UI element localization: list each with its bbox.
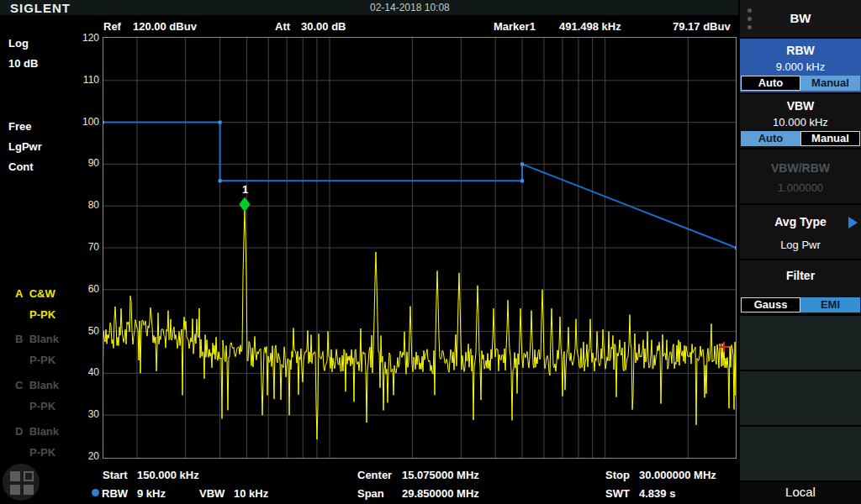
vbw-rbw-value: 1.000000 — [740, 181, 861, 194]
swt-label: SWT — [605, 487, 630, 500]
trace-b-detector: P-PK — [29, 354, 55, 366]
att-value: 30.00 dB — [301, 20, 346, 33]
swt-value: 4.839 s — [639, 487, 675, 500]
trace-d-mode: Blank — [29, 425, 59, 438]
analyzer-screen: SIGLENT 02-14-2018 10:08 Ref 120.00 dBuv… — [0, 0, 861, 504]
trace-a-polyline — [103, 209, 737, 439]
vbw-title: VBW — [740, 99, 861, 113]
y-axis-label: 70 — [72, 241, 99, 253]
start-label: Start — [103, 469, 128, 481]
vbw-current-value: 10.000 kHz — [740, 116, 861, 129]
rbw-value: 9 kHz — [137, 487, 166, 500]
softkey-avg-type[interactable]: Avg Type Log Pwr — [740, 205, 861, 259]
sweep-mode-label: Cont — [8, 160, 34, 173]
limit-line-vertex — [520, 162, 524, 165]
trace-c-detector: P-PK — [29, 400, 55, 412]
trace-b-mode: Blank — [29, 333, 59, 345]
stop-label: Stop — [605, 469, 630, 481]
y-axis-label: 20 — [72, 450, 99, 462]
ref-row: Ref 120.00 dBuv Att 30.00 dB Marker1 491… — [0, 15, 740, 37]
softkey-empty-2[interactable] — [740, 371, 861, 425]
softkey-empty-1[interactable] — [740, 316, 861, 370]
trace-a-detector: P-PK — [29, 308, 55, 321]
amp-scale-label: Log — [8, 37, 29, 50]
spectrum-plot: 1 — [103, 37, 737, 459]
trigger-label: Free — [8, 120, 31, 133]
center-value: 15.075000 MHz — [402, 469, 479, 481]
softkey-panel: BW RBW 9.000 kHz Auto Manual VBW 10.000 … — [738, 0, 861, 504]
brand-logo: SIGLENT — [10, 1, 71, 15]
stop-value: 30.000000 MHz — [639, 469, 716, 481]
filter-title: Filter — [740, 269, 861, 282]
y-axis-label: 90 — [72, 157, 99, 169]
limit-line-vertex — [219, 121, 222, 124]
rbw-current-value: 9.000 kHz — [740, 60, 861, 73]
trace-row-d: D Blank — [15, 425, 59, 438]
avg-type-title: Avg Type — [740, 215, 861, 228]
marker-readout-label: Marker1 — [494, 20, 536, 33]
rbw-title: RBW — [740, 44, 861, 57]
home-grid-icon[interactable] — [3, 464, 40, 501]
ref-value: 120.00 dBuv — [133, 20, 197, 33]
trace-d-detector: P-PK — [29, 446, 55, 459]
softkey-vbw-rbw-ratio: VBW/RBW 1.000000 — [740, 150, 861, 203]
start-value: 150.000 kHz — [137, 469, 199, 481]
vbw-rbw-title: VBW/RBW — [740, 161, 861, 175]
att-label: Att — [275, 20, 290, 33]
trace-row-b: B Blank — [15, 333, 59, 345]
y-axis-label: 100 — [72, 116, 99, 128]
clock: 02-14-2018 10:08 — [370, 2, 450, 13]
vbw-label: VBW — [199, 487, 224, 500]
vbw-manual-button[interactable]: Manual — [800, 131, 860, 146]
y-axis-label: 80 — [72, 199, 99, 211]
status-bar: Start 150.000 kHz Center 15.075000 MHz S… — [0, 462, 740, 504]
marker-label: 1 — [242, 183, 248, 196]
filter-gauss-button[interactable]: Gauss — [741, 297, 800, 312]
trace-b-id: B — [15, 333, 23, 345]
limit-line-vertex — [520, 179, 524, 182]
filter-emi-button[interactable]: EMI — [800, 297, 860, 312]
limit-line-vertex — [219, 179, 222, 182]
trace-row-a: A C&W — [15, 287, 55, 300]
center-label: Center — [357, 469, 392, 481]
menu-title: BW — [740, 11, 861, 25]
softkey-vbw[interactable]: VBW 10.000 kHz Auto Manual — [740, 94, 861, 148]
rbw-auto-button[interactable]: Auto — [741, 76, 800, 91]
softkey-rbw[interactable]: RBW 9.000 kHz Auto Manual — [740, 39, 861, 92]
trace-a-mode: C&W — [29, 287, 55, 300]
rbw-label: RBW — [102, 487, 128, 500]
y-axis-label: 50 — [72, 325, 99, 337]
avg-mode-label: LgPwr — [8, 140, 42, 153]
y-axis-label: 30 — [72, 408, 99, 420]
marker-diamond — [240, 197, 250, 211]
marker-readout-freq: 491.498 kHz — [559, 20, 621, 33]
avg-type-value: Log Pwr — [740, 239, 861, 251]
trace-a-id: A — [15, 287, 23, 300]
trace-row-c: C Blank — [15, 379, 59, 391]
menu-header: BW — [740, 0, 861, 37]
top-bar: SIGLENT 02-14-2018 10:08 — [0, 0, 740, 15]
ref-label: Ref — [103, 20, 121, 33]
panel-dot-icon — [747, 25, 752, 29]
local-button[interactable]: Local — [740, 482, 861, 504]
softkey-empty-3[interactable] — [740, 427, 861, 480]
rbw-status-led — [92, 489, 99, 496]
limit-line — [103, 123, 737, 248]
vbw-value: 10 kHz — [234, 487, 268, 500]
trace-d-id: D — [15, 425, 23, 438]
softkey-filter[interactable]: Filter Gauss EMI — [740, 260, 861, 314]
vbw-auto-button[interactable]: Auto — [741, 131, 800, 146]
y-axis-label: 110 — [72, 74, 99, 86]
marker-readout-level: 79.17 dBuv — [673, 20, 731, 33]
span-label: Span — [357, 487, 384, 500]
span-value: 29.850000 MHz — [402, 487, 479, 500]
trace-c-id: C — [15, 379, 23, 391]
rbw-manual-button[interactable]: Manual — [800, 76, 860, 91]
y-axis-label: 40 — [72, 366, 99, 378]
y-axis-label: 60 — [72, 283, 99, 295]
amp-div-label: 10 dB — [8, 57, 38, 70]
y-axis-label: 120 — [72, 32, 99, 44]
submenu-arrow-icon — [848, 217, 858, 228]
trace-c-mode: Blank — [29, 379, 59, 391]
